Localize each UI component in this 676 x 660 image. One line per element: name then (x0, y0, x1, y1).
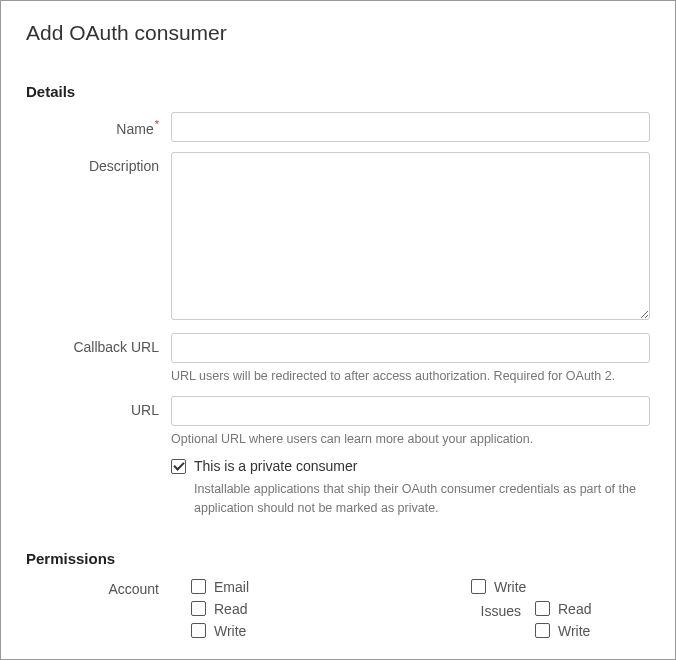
account-write-checkbox[interactable] (191, 623, 206, 638)
callback-url-help: URL users will be redirected to after ac… (171, 368, 650, 386)
url-row: URL Optional URL where users can learn m… (26, 396, 650, 449)
account-email-item: Email (191, 579, 471, 595)
name-label: Name* (26, 112, 171, 137)
account-read-checkbox[interactable] (191, 601, 206, 616)
issues-group-label: Issues (471, 601, 521, 639)
issues-write-checkbox[interactable] (535, 623, 550, 638)
issues-read-item: Read (535, 601, 591, 617)
account-email-checkbox[interactable] (191, 579, 206, 594)
account-group-label: Account (26, 579, 171, 597)
private-consumer-checkbox[interactable] (171, 459, 186, 474)
private-consumer-help: Installable applications that ship their… (194, 480, 650, 518)
required-asterisk: * (155, 118, 159, 130)
description-row: Description (26, 152, 650, 323)
issues-write-label: Write (558, 623, 590, 639)
url-input[interactable] (171, 396, 650, 426)
issues-write-item: Write (535, 623, 591, 639)
description-textarea[interactable] (171, 152, 650, 320)
colb-write-label: Write (494, 579, 526, 595)
callback-url-label: Callback URL (26, 333, 171, 355)
account-write-item: Write (191, 623, 471, 639)
callback-url-row: Callback URL URL users will be redirecte… (26, 333, 650, 386)
colb-write-item: Write (471, 579, 526, 595)
account-read-label: Read (214, 601, 247, 617)
url-label: URL (26, 396, 171, 418)
details-heading: Details (26, 83, 650, 100)
account-write-label: Write (214, 623, 246, 639)
issues-read-label: Read (558, 601, 591, 617)
colb-write-checkbox[interactable] (471, 579, 486, 594)
private-consumer-row: This is a private consumer Installable a… (26, 458, 650, 518)
account-read-item: Read (191, 601, 471, 617)
callback-url-input[interactable] (171, 333, 650, 363)
permissions-heading: Permissions (26, 550, 650, 567)
description-label: Description (26, 152, 171, 174)
private-consumer-label: This is a private consumer (194, 458, 357, 474)
url-help: Optional URL where users can learn more … (171, 431, 650, 449)
issues-read-checkbox[interactable] (535, 601, 550, 616)
account-email-label: Email (214, 579, 249, 595)
page-title: Add OAuth consumer (26, 21, 650, 45)
name-input[interactable] (171, 112, 650, 142)
name-row: Name* (26, 112, 650, 142)
